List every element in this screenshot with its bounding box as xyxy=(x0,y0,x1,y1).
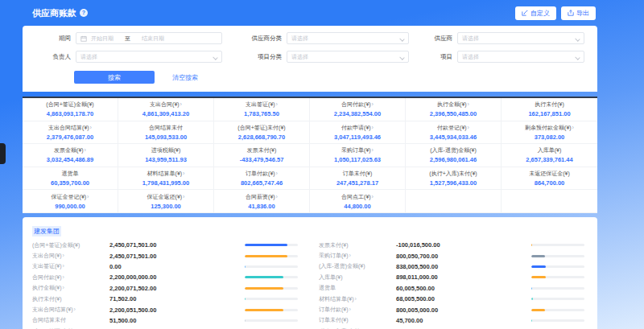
project-label: 项目 xyxy=(420,53,452,61)
metric-bar xyxy=(531,287,584,290)
stat-card[interactable]: (合同+签证)未付(¥)› 2,628,668,790.70 xyxy=(214,121,310,145)
project-category-label: 项目分类 xyxy=(233,53,282,61)
metric-row: (合同+签证)金额(¥)› 2,450,071,501.00 xyxy=(32,240,301,250)
metric-label[interactable]: 合同付款(¥)› xyxy=(32,273,109,282)
metric-value: 800,005,000.00 xyxy=(396,306,531,314)
project-category-select[interactable]: 请选择 xyxy=(287,51,409,63)
group-name[interactable]: 建发集团 xyxy=(32,226,61,236)
stat-card[interactable]: 保证金登记(¥)› 990,000.00 xyxy=(23,190,118,213)
metric-value: 51,500.00 xyxy=(109,317,245,324)
metric-label[interactable]: 材料结算单(¥)› xyxy=(319,295,396,303)
stat-card[interactable]: 入库单(¥)› 2,657,339,761.44 xyxy=(502,144,597,167)
metric-label[interactable]: (入库-退货)金额(¥)› xyxy=(319,262,396,270)
metric-bar-fill xyxy=(245,244,287,246)
stat-card[interactable]: 合同点工(¥)› 44,800.00 xyxy=(310,190,406,213)
metric-row: 支出合同(¥)› 2,450,071,501.00 xyxy=(32,250,301,261)
stat-card[interactable]: › xyxy=(406,190,502,213)
metric-bar xyxy=(531,319,584,322)
metric-bar-fill xyxy=(245,276,283,278)
drilldown-arrow-icon: › xyxy=(63,274,64,280)
stat-card[interactable]: 支出合同(¥)› 4,861,309,413.20 xyxy=(118,98,214,121)
metric-label[interactable]: 订单未付(¥)› xyxy=(319,316,396,324)
metric-row: 支出签证(¥)› 0.00 xyxy=(32,261,301,272)
metric-bar xyxy=(245,319,298,322)
metric-label[interactable]: 退货单› xyxy=(319,284,396,292)
stat-card[interactable]: 付款登记(¥)› 3,445,934,033.46 xyxy=(406,121,502,145)
stat-card[interactable]: 付款申请(¥)› 3,047,119,493.46 xyxy=(310,121,406,145)
stat-card[interactable]: 支出签证(¥)› 1,783,765.50 xyxy=(214,98,310,121)
end-date-placeholder[interactable]: 结束日期 xyxy=(142,35,164,43)
stat-card[interactable]: 未返还保证金(¥)› 864,700.00 xyxy=(502,167,597,191)
stat-value: -433,479,546.57 xyxy=(240,156,284,163)
drilldown-arrow-icon: › xyxy=(355,296,357,302)
metric-value: 68,005,500.00 xyxy=(396,295,531,302)
stat-card[interactable]: 采购订单(¥)› 1,050,117,025.63 xyxy=(310,144,406,167)
metric-label[interactable]: 入库单(¥)› xyxy=(319,273,396,282)
metric-label[interactable]: 发票未付(¥)› xyxy=(319,241,396,249)
help-icon[interactable]: ? xyxy=(80,9,88,17)
stat-card[interactable]: 订单付款(¥)› 802,665,747.46 xyxy=(214,167,310,191)
stat-card[interactable]: 保证金返还(¥)› 125,300.00 xyxy=(118,190,214,213)
metric-label[interactable]: 执行未付(¥)› xyxy=(32,295,109,303)
drilldown-arrow-icon: › xyxy=(87,194,89,199)
export-button[interactable]: 导出 xyxy=(561,6,596,20)
stat-card[interactable]: 合同付款(¥)› 2,234,382,554.00 xyxy=(310,98,406,121)
stat-card[interactable]: 合同薪资(¥)› 41,836.00 xyxy=(214,190,310,213)
stat-label: 支出签证(¥)› xyxy=(246,101,278,109)
stat-label: 订单付款(¥)› xyxy=(246,170,278,178)
metric-row: 执行金额(¥)› 2,200,071,502.00 xyxy=(32,283,301,294)
stat-card[interactable]: 剩余预付款金额(¥)› 373,082.00 xyxy=(502,121,597,145)
metric-row: (合同+签证)未付(¥)› 250,030,167.00 xyxy=(32,326,301,329)
stat-card[interactable]: (入库-退货)金额(¥)› 2,596,980,061.46 xyxy=(406,144,502,167)
stat-card[interactable]: 订单未付(¥)› 247,451,278.17 xyxy=(310,167,406,191)
period-range-input[interactable]: 开始日期 至 结束日期 xyxy=(76,32,222,44)
metric-value: 898,011,000.00 xyxy=(396,273,531,281)
page-title: 供应商账款 ? xyxy=(32,7,88,19)
search-button[interactable]: 搜索 xyxy=(74,71,155,84)
clear-search-link[interactable]: 清空搜索 xyxy=(172,73,198,82)
filter-panel: 期间 开始日期 至 结束日期 供应商分类 请选择 供应商 请选择 负责人 请选择 xyxy=(23,26,597,92)
stat-card[interactable]: 执行未付(¥)› 162,167,851.00 xyxy=(502,98,597,121)
stat-label: (入库-退货)金额(¥)› xyxy=(430,146,477,154)
export-icon xyxy=(568,10,574,16)
metric-label[interactable]: 执行金额(¥)› xyxy=(32,284,109,292)
panel-collapse-handle[interactable] xyxy=(0,143,6,164)
stat-card[interactable]: 支出合同结算(¥)› 2,379,476,087.00 xyxy=(23,121,118,145)
supplier-category-label: 供应商分类 xyxy=(233,35,282,43)
customize-button[interactable]: 自定义 xyxy=(515,6,556,20)
metric-label[interactable]: 支出合同结算(¥)› xyxy=(32,306,109,314)
metric-label[interactable]: (合同+签证)金额(¥)› xyxy=(32,241,109,249)
stat-card[interactable]: 合同结算未付› 145,093,533.00 xyxy=(118,121,214,145)
stat-value: 802,665,747.46 xyxy=(241,179,283,187)
edit-icon xyxy=(522,10,528,16)
start-date-placeholder[interactable]: 开始日期 xyxy=(91,35,114,43)
stat-card[interactable]: › xyxy=(502,190,597,213)
stat-value: 2,628,668,790.70 xyxy=(238,134,285,141)
owner-select[interactable]: 请选择 xyxy=(76,51,222,63)
stat-card[interactable]: 材料结算单(¥)› 1,798,431,995.00 xyxy=(118,167,214,191)
stat-value: 4,861,309,413.20 xyxy=(142,110,189,117)
date-to-label: 至 xyxy=(125,35,130,43)
supplier-select[interactable]: 请选择 xyxy=(457,32,584,44)
metric-value: 2,200,000,000.00 xyxy=(109,273,245,281)
stat-card[interactable]: 发票金额(¥)› 3,032,454,486.89 xyxy=(23,144,118,167)
metric-bar xyxy=(531,298,584,300)
metric-label[interactable]: 支出合同(¥)› xyxy=(32,252,109,260)
stat-card[interactable]: (合同+签证)金额(¥)› 4,863,093,178.70 xyxy=(23,98,118,121)
stat-card[interactable]: 发票未付(¥)› -433,479,546.57 xyxy=(214,144,310,167)
chevron-down-icon xyxy=(575,36,580,41)
stat-card[interactable]: (执行+入库)未付(¥)› 1,527,596,433.00 xyxy=(406,167,502,191)
metric-label[interactable]: 订单付款(¥)› xyxy=(319,306,396,314)
metric-label[interactable]: 合同结算未付› xyxy=(32,316,109,324)
metric-row: (执行+入库)未付(¥)› -61,939,498.00 xyxy=(319,326,588,329)
stat-label: 未返还保证金(¥)› xyxy=(529,170,570,178)
project-select[interactable]: 请选择 xyxy=(457,51,584,63)
stat-card[interactable]: 执行金额(¥)› 2,396,550,485.00 xyxy=(406,98,502,121)
metric-label[interactable]: 支出签证(¥)› xyxy=(32,262,109,270)
supplier-category-select[interactable]: 请选择 xyxy=(287,32,409,44)
stat-value: 1,798,431,995.00 xyxy=(142,179,189,187)
metric-label[interactable]: 采购订单(¥)› xyxy=(319,252,396,260)
stat-card[interactable]: 退货单› 60,359,700.00 xyxy=(23,167,118,191)
stat-card[interactable]: 进项税额(¥)› 143,959,511.93 xyxy=(118,144,214,167)
drilldown-arrow-icon: › xyxy=(90,125,92,130)
